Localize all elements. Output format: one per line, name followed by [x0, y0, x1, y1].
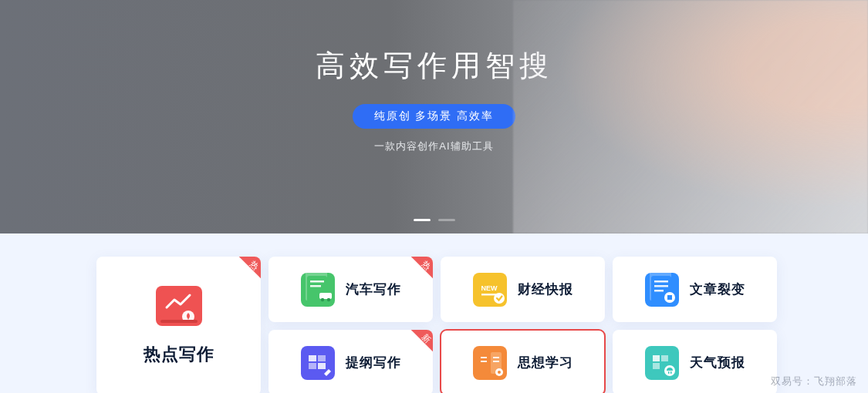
svg-rect-35	[653, 363, 660, 369]
svg-rect-27	[481, 361, 487, 362]
card-hotspot-writing[interactable]: 热 热点写作	[96, 257, 261, 393]
card-finance-news[interactable]: NEW 财经快报	[441, 257, 605, 322]
svg-point-31	[498, 371, 501, 374]
card-weather-forecast[interactable]: 天气预报	[613, 330, 777, 393]
card-auto-writing[interactable]: 热 汽车写作	[269, 257, 433, 322]
svg-rect-28	[493, 357, 499, 358]
new-badge-icon: NEW	[473, 273, 507, 307]
svg-rect-4	[310, 280, 324, 283]
hero-subtitle: 一款内容创作AI辅助工具	[374, 139, 493, 153]
badge-hot: 热	[230, 257, 261, 287]
card-title: 思想学习	[518, 354, 573, 371]
svg-rect-20	[309, 355, 316, 361]
car-document-icon	[301, 273, 335, 307]
card-title: 文章裂变	[690, 280, 745, 298]
svg-rect-18	[667, 295, 672, 300]
watermark-text: 双易号：飞翔部落	[771, 375, 857, 388]
svg-rect-26	[481, 357, 487, 358]
svg-rect-6	[319, 293, 332, 299]
svg-rect-38	[670, 371, 672, 374]
open-book-icon	[473, 346, 507, 380]
hero-pill: 纯原创 多场景 高效率	[353, 104, 516, 129]
svg-rect-29	[493, 361, 499, 362]
chart-monitor-icon	[156, 286, 202, 326]
card-title: 热点写作	[144, 343, 214, 366]
svg-rect-23	[318, 363, 326, 369]
svg-rect-11	[481, 294, 497, 296]
carousel-dot-2[interactable]	[438, 219, 455, 221]
svg-text:NEW: NEW	[481, 284, 498, 292]
svg-rect-34	[661, 355, 668, 361]
svg-point-12	[494, 293, 505, 304]
svg-rect-15	[654, 285, 668, 287]
svg-point-7	[320, 297, 323, 301]
card-article-split[interactable]: 文章裂变	[613, 257, 777, 322]
carousel-dot-1[interactable]	[414, 219, 431, 221]
feature-grid: 热 热点写作 热 汽车写作	[0, 233, 868, 393]
badge-new: 新	[402, 330, 433, 361]
svg-rect-14	[654, 280, 668, 283]
card-title: 提纲写作	[346, 354, 401, 371]
carousel-dots[interactable]	[414, 219, 455, 221]
badge-hot: 热	[402, 257, 433, 287]
svg-rect-24	[478, 352, 489, 374]
document-split-icon	[645, 273, 679, 307]
svg-rect-22	[309, 363, 316, 369]
hero-background-image	[513, 0, 868, 233]
svg-rect-21	[318, 355, 326, 361]
svg-rect-2	[160, 320, 198, 323]
weather-grid-icon	[645, 346, 679, 380]
svg-rect-37	[668, 371, 670, 374]
svg-rect-16	[654, 290, 664, 292]
svg-rect-33	[653, 355, 660, 361]
hero-title: 高效写作用智搜	[316, 46, 553, 86]
svg-rect-5	[310, 285, 321, 287]
card-outline-writing[interactable]: 新 提纲写作	[269, 330, 433, 393]
card-title: 汽车写作	[346, 280, 401, 298]
hero-banner: 高效写作用智搜 纯原创 多场景 高效率 一款内容创作AI辅助工具	[0, 0, 868, 233]
card-thought-study[interactable]: 思想学习	[441, 330, 605, 393]
card-title: 财经快报	[518, 280, 573, 298]
card-title: 天气预报	[690, 354, 745, 371]
grid-edit-icon	[301, 346, 335, 380]
svg-point-8	[326, 297, 329, 301]
